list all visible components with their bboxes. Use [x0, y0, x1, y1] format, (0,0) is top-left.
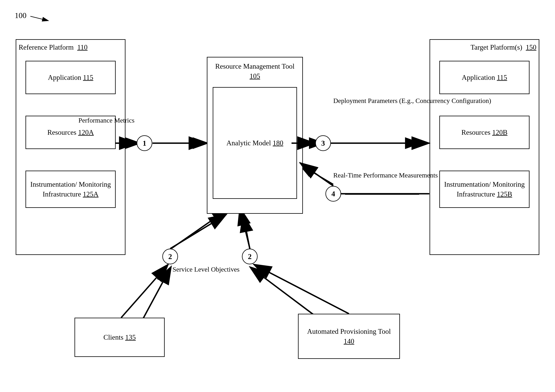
- ref-app-box: Application 115: [25, 61, 116, 94]
- svg-line-26: [170, 214, 226, 249]
- target-resources-box: Resources 120B: [439, 116, 530, 149]
- svg-line-13: [240, 209, 250, 249]
- svg-line-27: [254, 264, 349, 314]
- realtime-label: Real-Time Performance Measurements: [333, 170, 438, 180]
- fig-arrow-icon: [29, 13, 52, 22]
- target-infra-box: Instrumentation/ Monitoring Infrastructu…: [439, 170, 530, 208]
- apt-box: Automated Provisioning Tool 140: [298, 314, 400, 359]
- svg-line-25: [121, 264, 168, 318]
- circle-node-2a: 2: [162, 249, 178, 264]
- ref-infra-box: Instrumentation/ Monitoring Infrastructu…: [25, 170, 116, 208]
- svg-line-12: [171, 209, 228, 249]
- svg-line-28: [243, 214, 250, 249]
- perf-metrics-label: Performance Metrics: [78, 116, 134, 125]
- svg-line-23: [300, 163, 333, 186]
- figure-label: 100: [15, 11, 26, 20]
- clients-box: Clients 135: [74, 318, 165, 357]
- target-app-box: Application 115: [439, 61, 530, 94]
- analytic-model-box: Analytic Model 180: [213, 87, 297, 199]
- circle-node-3: 3: [315, 135, 331, 151]
- svg-line-7: [300, 165, 333, 184]
- svg-line-14: [30, 16, 48, 21]
- circle-node-1: 1: [137, 135, 152, 151]
- circle-node-2b: 2: [242, 249, 258, 264]
- deployment-params-label: Deployment Parameters (E.g., Concurrency…: [333, 96, 491, 105]
- circle-node-4: 4: [325, 186, 341, 202]
- ref-platform-title: Reference Platform 110: [19, 43, 88, 52]
- target-platform-title: Target Platform(s) 150: [470, 43, 536, 52]
- diagram: 100 Reference Platform 110 Application 1…: [0, 0, 555, 392]
- slo-label: Service Level Objectives: [173, 265, 240, 274]
- rmt-box: Resource Management Tool 105 Analytic Mo…: [207, 57, 303, 214]
